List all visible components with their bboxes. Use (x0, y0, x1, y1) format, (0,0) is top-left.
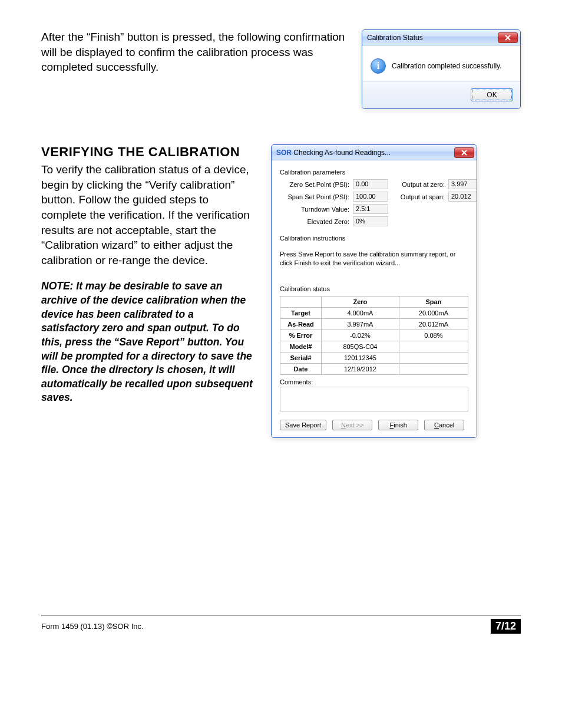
info-icon: i (371, 58, 386, 74)
dialog-title: Calibration Status (367, 34, 423, 42)
span-setpoint-label: Span Set Point (PSI): (280, 193, 349, 200)
table-row: As-Read3.997mA20.012mA (280, 318, 468, 330)
calibration-parameters-label: Calibration parameters (280, 169, 468, 176)
span-setpoint-value: 100.00 (353, 192, 388, 202)
calibration-status-table: Zero Span Target4.000mA20.000mA As-Read3… (280, 296, 468, 375)
save-report-button[interactable]: Save Report (280, 420, 326, 430)
comments-label: Comments: (280, 378, 468, 386)
turndown-value: 2.5:1 (353, 204, 388, 214)
elevated-zero-label: Elevated Zero: (280, 218, 349, 225)
turndown-label: Turndown Value: (280, 206, 349, 213)
wizard-title: SOR Checking As-found Readings... (276, 149, 391, 157)
zero-setpoint-label: Zero Set Point (PSI): (280, 181, 349, 188)
table-row: Target4.000mA20.000mA (280, 307, 468, 318)
section-heading: VERIFYING THE CALIBRATION (41, 144, 253, 160)
output-at-span-value: 20.012 (448, 192, 477, 202)
output-at-zero-value: 3.997 (448, 179, 477, 189)
comments-input[interactable] (280, 387, 468, 411)
table-row: Serial#120112345 (280, 352, 468, 363)
output-at-span-label: Output at span: (392, 193, 445, 200)
table-row: Model#805QS-C04 (280, 341, 468, 352)
verification-wizard-dialog: SOR Checking As-found Readings... Calibr… (271, 144, 477, 438)
close-icon[interactable] (498, 32, 518, 43)
footer-text: Form 1459 (01.13) ©SOR Inc. (41, 622, 144, 631)
close-icon[interactable] (454, 147, 474, 158)
page-number-badge: 7/12 (491, 619, 521, 634)
next-button: Next >> (332, 420, 372, 430)
calibration-status-dialog: Calibration Status i Calibration complet… (362, 29, 521, 109)
table-row: Date12/19/2012 (280, 363, 468, 374)
dialog-message: Calibration completed successfully. (392, 62, 502, 70)
output-at-zero-label: Output at zero: (392, 181, 445, 188)
ok-button[interactable]: OK (471, 88, 513, 101)
table-row: % Error-0.02%0.08% (280, 330, 468, 341)
verify-paragraph: To verify the calibration status of a de… (41, 162, 253, 268)
cancel-button[interactable]: Cancel (424, 420, 464, 430)
calibration-instructions-label: Calibration instructions (280, 235, 468, 242)
finish-button[interactable]: Finish (378, 420, 418, 430)
calibration-status-label: Calibration status (280, 285, 468, 292)
note-paragraph: NOTE: It may be desirable to save an arc… (41, 279, 253, 405)
calibration-instructions-text: Press Save Report to save the calibratio… (280, 250, 468, 268)
elevated-zero-value: 0% (353, 216, 388, 226)
zero-setpoint-value: 0.00 (353, 179, 388, 189)
col-zero-header: Zero (322, 296, 399, 307)
finish-confirmation-paragraph: After the “Finish” button is pressed, th… (41, 29, 345, 75)
col-span-header: Span (399, 296, 468, 307)
